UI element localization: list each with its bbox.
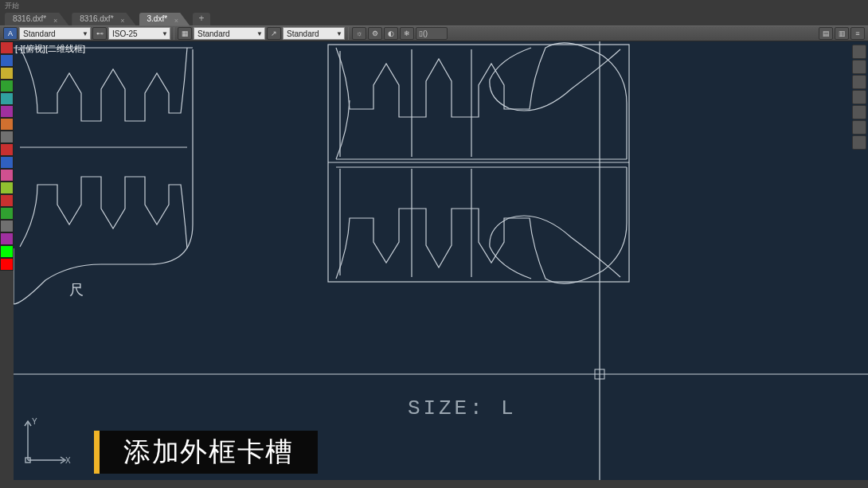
layer-list[interactable]: ▯() xyxy=(416,27,448,40)
size-label: SIZE: L xyxy=(408,396,517,420)
document-tabs: 8316.dxf*× 8316.dxf*× 3.dxf*× + xyxy=(0,11,868,25)
pan-icon[interactable] xyxy=(852,60,866,74)
showmotion-icon[interactable] xyxy=(852,120,866,135)
svg-text:Y: Y xyxy=(32,417,37,426)
tool-palette-right xyxy=(852,45,866,150)
dimension-icon[interactable]: ⊷ xyxy=(92,27,107,40)
tool-grey2[interactable] xyxy=(0,220,14,232)
tool-red3[interactable] xyxy=(0,194,14,207)
tool-grey[interactable] xyxy=(0,131,14,143)
properties-icon[interactable]: ≡ xyxy=(850,27,865,40)
tool-brightgreen[interactable] xyxy=(0,245,14,258)
ribbon-toolbar: A Standard ⊷ ISO-25 ▦ Standard ↗ Standar… xyxy=(0,25,868,41)
tool-palette-left xyxy=(0,41,14,480)
text-style-select[interactable]: Standard xyxy=(19,27,91,40)
tab-file-0[interactable]: 8316.dxf*× xyxy=(5,13,68,25)
tool-lime[interactable] xyxy=(0,182,14,194)
table-icon[interactable]: ▦ xyxy=(178,27,192,40)
layer-filter-icon[interactable]: ▥ xyxy=(835,27,849,40)
tool-cyan[interactable] xyxy=(0,92,14,105)
svg-text:X: X xyxy=(65,456,71,465)
separator xyxy=(348,27,349,40)
mleader-icon[interactable]: ↗ xyxy=(267,27,281,40)
layer-icon[interactable]: ☼ xyxy=(352,27,366,40)
separator xyxy=(174,27,174,40)
tool-green2[interactable] xyxy=(0,207,14,220)
svg-rect-5 xyxy=(328,45,629,282)
tool-orange[interactable] xyxy=(0,118,14,131)
caption-text: 添加外框卡槽 xyxy=(123,434,294,470)
tool-red[interactable] xyxy=(0,41,14,54)
tool-blue2[interactable] xyxy=(0,156,14,169)
tool-red2[interactable] xyxy=(0,143,14,156)
tool-green[interactable] xyxy=(0,80,14,92)
tool-purple[interactable] xyxy=(0,232,14,245)
close-icon[interactable]: × xyxy=(174,14,178,27)
ucs-icon: X Y xyxy=(16,416,72,472)
tool-magenta[interactable] xyxy=(0,105,14,118)
status-bar xyxy=(0,480,868,488)
menu-bar: 开始 xyxy=(0,0,868,11)
caption-marker xyxy=(94,431,100,474)
table-style-select[interactable]: Standard xyxy=(194,27,265,40)
tool-brightred[interactable] xyxy=(0,258,14,271)
tool-yellow[interactable] xyxy=(0,67,14,80)
menu-item[interactable]: 开始 xyxy=(5,1,19,11)
dim-style-select[interactable]: ISO-25 xyxy=(108,27,170,40)
tab-file-1[interactable]: 8316.dxf*× xyxy=(72,13,135,25)
layer-off-icon[interactable]: ◐ xyxy=(384,27,398,40)
orbit-icon[interactable] xyxy=(852,90,866,104)
caption-overlay: 添加外框卡槽 xyxy=(100,431,318,474)
layer-manager-icon[interactable]: ▤ xyxy=(819,27,833,40)
tab-file-2[interactable]: 3.dxf*× xyxy=(139,13,190,25)
steering-wheel-icon[interactable] xyxy=(852,105,866,119)
mleader-style-select[interactable]: Standard xyxy=(283,27,345,40)
tool-pink[interactable] xyxy=(0,169,14,182)
nav-cube-icon[interactable] xyxy=(852,45,866,59)
layer-state-icon[interactable]: ⚙ xyxy=(368,27,382,40)
text-style-icon[interactable]: A xyxy=(3,27,18,40)
close-icon[interactable]: × xyxy=(53,14,57,27)
svg-text:尺: 尺 xyxy=(69,282,84,298)
layer-freeze-icon[interactable]: ❄ xyxy=(400,27,414,40)
tool-blue[interactable] xyxy=(0,54,14,67)
new-tab-button[interactable]: + xyxy=(193,13,210,25)
zoom-icon[interactable] xyxy=(852,75,866,89)
expand-icon[interactable] xyxy=(852,135,866,150)
close-icon[interactable]: × xyxy=(120,14,124,27)
